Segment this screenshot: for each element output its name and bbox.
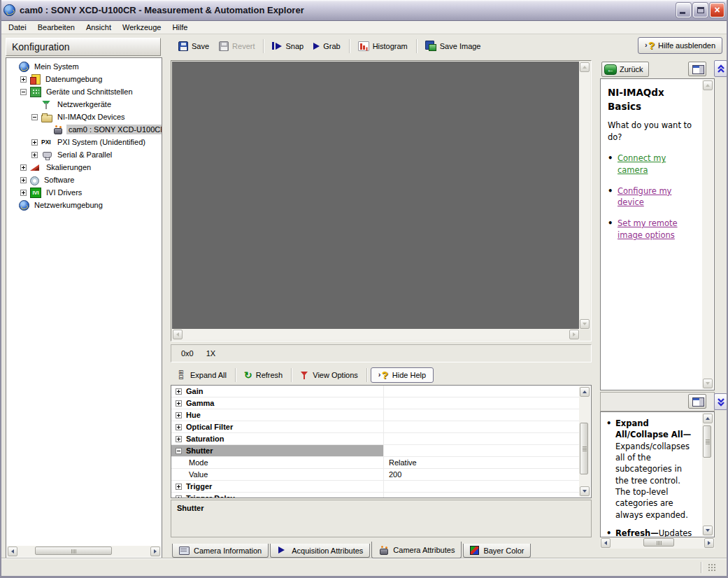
menu-item-datei[interactable]: Datei <box>3 22 32 33</box>
help-links: •Connect my camera•Configure my device•S… <box>608 153 696 241</box>
attribute-category-hue[interactable]: Hue <box>171 409 580 421</box>
row-expander[interactable] <box>176 436 182 442</box>
tree-expander[interactable] <box>20 177 27 183</box>
tree-item-ivi-drivers[interactable]: IVIIVI Drivers <box>6 186 162 199</box>
tree-expander[interactable] <box>20 190 27 196</box>
tree-expander[interactable] <box>20 89 27 95</box>
help-vscrollbar[interactable] <box>702 80 713 389</box>
tree-item-ni-imaqdx-devices[interactable]: NI-IMAQdx Devices <box>6 111 162 123</box>
pxi-icon: PXI <box>41 137 52 148</box>
resize-grip[interactable] <box>708 563 717 572</box>
maximize-button[interactable] <box>693 3 708 17</box>
attribute-name: Saturation <box>186 435 224 443</box>
attribute-category-shutter[interactable]: Shutter <box>171 445 580 457</box>
tree-expander[interactable] <box>31 152 38 158</box>
tree-item-pxi-system-unidentified[interactable]: PXIPXI System (Unidentified) <box>6 136 162 148</box>
help-window-button[interactable] <box>688 394 706 409</box>
hide-help-button[interactable]: Hide Help <box>371 367 434 383</box>
help-link-configure-my-device[interactable]: Configure my device <box>618 185 696 209</box>
attributes-vscrollbar[interactable] <box>579 386 590 497</box>
view-options-button[interactable]: View Options <box>295 368 363 382</box>
scroll-down-button[interactable] <box>580 486 590 496</box>
attribute-category-trigger[interactable]: Trigger <box>171 481 580 493</box>
tab-camera-attributes[interactable]: Camera Attributes <box>371 542 462 558</box>
revert-button[interactable]: Revert <box>214 39 259 53</box>
scroll-thumb[interactable] <box>580 423 588 474</box>
tree-item-ger-te-und-schnittstellen[interactable]: Geräte und Schnittstellen <box>6 85 162 98</box>
scroll-left-button[interactable] <box>601 538 611 548</box>
grab-button[interactable]: Grab <box>308 40 345 52</box>
tree-item-skalierungen[interactable]: Skalierungen <box>6 161 162 174</box>
attribute-value[interactable]: Value200 <box>171 469 580 481</box>
help-link-set-my-remote-image-options[interactable]: Set my remote image options <box>618 218 696 241</box>
row-expander[interactable] <box>176 448 182 454</box>
snap-button[interactable]: Snap <box>267 40 308 52</box>
tree-item-mein-system[interactable]: Mein System <box>6 60 162 73</box>
tree-expander[interactable] <box>31 139 38 146</box>
menu-item-bearbeiten[interactable]: Bearbeiten <box>32 22 80 33</box>
tab-bayer-color[interactable]: Bayer Color <box>463 544 531 558</box>
refresh-icon <box>244 370 252 380</box>
scroll-right-button[interactable] <box>704 538 714 548</box>
tree-item-datenumgebung[interactable]: Datenumgebung <box>6 73 162 85</box>
histogram-button[interactable]: Histogram <box>353 39 413 53</box>
help-link-connect-my-camera[interactable]: Connect my camera <box>618 153 696 176</box>
menu-item-hilfe[interactable]: Hilfe <box>166 22 193 33</box>
scroll-thumb[interactable] <box>643 538 674 547</box>
attribute-rows: GainGammaHueOptical FilterSaturationShut… <box>171 386 580 498</box>
attribute-category-saturation[interactable]: Saturation <box>171 433 580 445</box>
attribute-category-optical-filter[interactable]: Optical Filter <box>171 421 580 433</box>
menu-item-ansicht[interactable]: Ansicht <box>80 22 117 33</box>
refresh-button[interactable]: Refresh <box>239 368 287 382</box>
attribute-category-gamma[interactable]: Gamma <box>171 397 580 409</box>
row-expander[interactable] <box>176 400 182 407</box>
scroll-down-button[interactable] <box>703 379 713 388</box>
tree-item-netzwerkumgebung[interactable]: Netzwerkumgebung <box>6 199 162 211</box>
scroll-thumb[interactable] <box>35 547 112 555</box>
attribute-mode[interactable]: ModeRelative <box>171 457 580 469</box>
tree-expander[interactable] <box>20 164 27 171</box>
tree-item-cam0-sony-xcd-u100cr[interactable]: cam0 : SONY XCD-U100CR <box>6 123 162 136</box>
tab-camera-information[interactable]: Camera Information <box>172 544 269 558</box>
tree-expander[interactable] <box>31 114 38 120</box>
viewer-hscrollbar[interactable] <box>172 329 580 340</box>
attribute-category-trigger-delay[interactable]: Trigger Delay <box>171 493 580 498</box>
scroll-thumb[interactable] <box>703 425 711 458</box>
scroll-up-button[interactable] <box>703 80 713 90</box>
tab-acquisition-attributes[interactable]: Acquisition Attributes <box>270 544 370 558</box>
tree-item-serial-parallel[interactable]: Serial & Parallel <box>6 148 162 161</box>
help-window-button[interactable] <box>688 62 706 76</box>
row-expander[interactable] <box>176 388 182 395</box>
minimize-button[interactable] <box>676 3 691 17</box>
save-button[interactable]: Save <box>173 39 214 53</box>
hide-help-panel-button[interactable]: Hilfe ausblenden <box>638 37 722 54</box>
scroll-left-button[interactable] <box>173 330 183 339</box>
row-expander[interactable] <box>176 484 182 490</box>
expand-all-button[interactable]: Expand All <box>173 368 231 383</box>
scroll-up-button[interactable] <box>580 62 590 72</box>
row-expander[interactable] <box>176 412 182 418</box>
help-lower-vscrollbar[interactable] <box>702 413 713 536</box>
scroll-up-button[interactable] <box>703 414 713 423</box>
attribute-category-gain[interactable]: Gain <box>171 386 580 397</box>
tree-expander[interactable] <box>20 76 27 83</box>
back-button[interactable]: ← Zurück <box>601 62 649 77</box>
scroll-up-button[interactable] <box>580 387 590 397</box>
help-lower-hscrollbar[interactable] <box>600 537 715 549</box>
row-expander[interactable] <box>176 424 182 430</box>
menu-item-werkzeuge[interactable]: Werkzeuge <box>117 22 166 33</box>
scroll-left-button[interactable] <box>8 547 17 556</box>
tree-item-software[interactable]: Software <box>6 174 162 186</box>
collapse-help-button[interactable] <box>714 60 727 77</box>
scroll-right-button[interactable] <box>150 547 160 556</box>
tree-hscrollbar[interactable] <box>7 546 161 557</box>
row-expander[interactable] <box>176 495 182 499</box>
save-image-button[interactable]: Save Image <box>420 38 486 53</box>
close-button[interactable]: × <box>710 3 725 17</box>
scroll-down-button[interactable] <box>703 526 713 535</box>
scroll-right-button[interactable] <box>569 330 579 339</box>
expand-help-button[interactable] <box>714 393 727 410</box>
scroll-down-button[interactable] <box>580 319 590 329</box>
viewer-vscrollbar[interactable] <box>579 62 590 330</box>
tree-item-netzwerkger-te[interactable]: Netzwerkgeräte <box>6 98 162 111</box>
